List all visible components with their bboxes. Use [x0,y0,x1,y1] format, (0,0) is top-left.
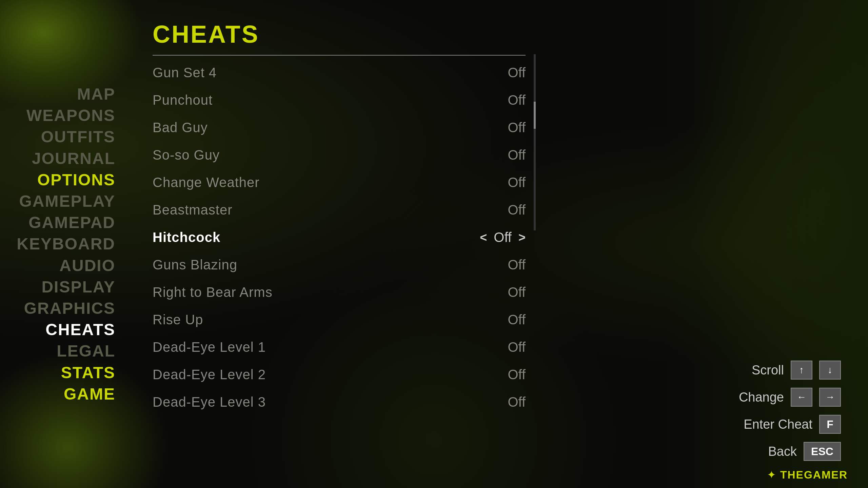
page-title: CHEATS [153,20,526,48]
sidebar-item-journal[interactable]: JOURNAL [32,149,115,168]
logo-area: ✦ THEGAMER [767,468,848,481]
cheat-value-dead-eye-1: Off [508,340,526,355]
cheat-name-dead-eye-1: Dead-Eye Level 1 [153,340,266,355]
sidebar-item-cheats[interactable]: CHEATS [45,320,115,339]
scroll-down-icon: ↓ [828,365,832,375]
scrollbar-thumb[interactable] [534,102,536,129]
scroll-label: Scroll [752,363,784,378]
cheat-row-punchout[interactable]: Punchout Off [153,86,526,114]
sidebar-item-gamepad[interactable]: GAMEPAD [28,213,115,232]
logo-text: THEGAMER [780,469,848,481]
title-divider [153,55,526,56]
back-label: Back [768,444,797,459]
main-content: CHEATS Gun Set 4 Off Punchout Off Bad Gu… [153,20,526,468]
cheat-row-gun-set-4[interactable]: Gun Set 4 Off [153,59,526,86]
cheat-row-hitchcock[interactable]: Hitchcock < Off > [153,224,526,251]
sidebar-item-gameplay[interactable]: GAMEPLAY [19,192,115,210]
sidebar-item-graphics[interactable]: GRAPHICS [24,299,115,318]
sidebar-item-keyboard[interactable]: KEYBOARD [17,235,115,253]
change-right-button[interactable]: → [819,388,841,407]
cheat-value-change-weather: Off [508,175,526,190]
scroll-control-row: Scroll ↑ ↓ [752,361,841,380]
sidebar-item-map[interactable]: MAP [77,85,115,103]
back-key: ESC [811,445,833,458]
sidebar-item-outfits[interactable]: OUTFITS [41,127,115,146]
cheat-name-dead-eye-2: Dead-Eye Level 2 [153,367,266,382]
cheat-value-guns-blazing: Off [508,257,526,272]
back-button[interactable]: ESC [804,442,841,461]
cheat-row-dead-eye-1[interactable]: Dead-Eye Level 1 Off [153,333,526,361]
cheat-name-right-to-bear-arms: Right to Bear Arms [153,285,273,300]
cheat-row-dead-eye-3[interactable]: Dead-Eye Level 3 Off [153,388,526,416]
arrow-left-icon[interactable]: < [480,230,487,245]
scroll-up-button[interactable]: ↑ [791,361,812,380]
scrollbar[interactable] [534,54,536,230]
cheat-name-punchout: Punchout [153,93,213,108]
enter-cheat-button[interactable]: F [819,415,841,434]
enter-cheat-control-row: Enter Cheat F [744,415,841,434]
cheat-value-beastmaster: Off [508,202,526,218]
cheat-value-bad-guy: Off [508,120,526,135]
cheat-name-rise-up: Rise Up [153,312,203,327]
change-control-row: Change ← → [739,388,841,407]
cheat-name-guns-blazing: Guns Blazing [153,257,237,272]
cheat-row-beastmaster[interactable]: Beastmaster Off [153,196,526,224]
cheat-row-rise-up[interactable]: Rise Up Off [153,306,526,333]
change-left-icon: ← [797,392,806,403]
sidebar-nav: MAP WEAPONS OUTFITS JOURNAL OPTIONS GAME… [0,0,129,488]
cheat-value-punchout: Off [508,93,526,108]
cheat-name-hitchcock: Hitchcock [153,230,220,245]
cheat-value-rise-up: Off [508,312,526,327]
cheat-row-dead-eye-2[interactable]: Dead-Eye Level 2 Off [153,361,526,388]
sidebar-item-audio[interactable]: AUDIO [59,256,115,275]
controls-panel: Scroll ↑ ↓ Change ← → Enter Cheat F Back… [739,361,841,461]
cheat-name-gun-set-4: Gun Set 4 [153,65,217,80]
cheat-name-beastmaster: Beastmaster [153,202,233,218]
cheats-list: Gun Set 4 Off Punchout Off Bad Guy Off S… [153,59,526,416]
cheat-name-so-so-guy: So-so Guy [153,147,220,163]
sidebar-item-game[interactable]: GAME [64,385,115,403]
cheat-value-right-to-bear-arms: Off [508,285,526,300]
scroll-up-icon: ↑ [799,365,804,375]
scroll-down-button[interactable]: ↓ [819,361,841,380]
cheat-value-so-so-guy: Off [508,147,526,163]
sidebar-item-stats[interactable]: STATS [61,363,115,382]
cheat-value-dead-eye-2: Off [508,367,526,382]
enter-cheat-key: F [827,418,833,431]
change-label: Change [739,390,784,405]
sidebar-item-options[interactable]: OPTIONS [37,170,115,189]
cheat-name-change-weather: Change Weather [153,175,260,190]
cheat-row-change-weather[interactable]: Change Weather Off [153,169,526,196]
cheat-row-guns-blazing[interactable]: Guns Blazing Off [153,251,526,279]
cheat-value-hitchcock: < Off > [480,230,526,245]
cheat-name-dead-eye-3: Dead-Eye Level 3 [153,394,266,410]
cheat-row-bad-guy[interactable]: Bad Guy Off [153,114,526,141]
logo-icon: ✦ [767,468,776,481]
sidebar-item-display[interactable]: DISPLAY [41,278,115,296]
sidebar-item-legal[interactable]: LEGAL [57,342,115,360]
cheat-name-bad-guy: Bad Guy [153,120,208,135]
cheat-value-text-hitchcock: Off [494,230,512,245]
sidebar-item-weapons[interactable]: WEAPONS [26,106,115,125]
cheat-row-so-so-guy[interactable]: So-so Guy Off [153,141,526,169]
arrow-right-icon[interactable]: > [518,230,526,245]
cheat-value-gun-set-4: Off [508,65,526,80]
change-left-button[interactable]: ← [791,388,812,407]
change-right-icon: → [825,392,835,403]
cheat-value-dead-eye-3: Off [508,394,526,410]
enter-cheat-label: Enter Cheat [744,417,812,432]
back-control-row: Back ESC [768,442,841,461]
cheat-row-right-to-bear-arms[interactable]: Right to Bear Arms Off [153,279,526,306]
